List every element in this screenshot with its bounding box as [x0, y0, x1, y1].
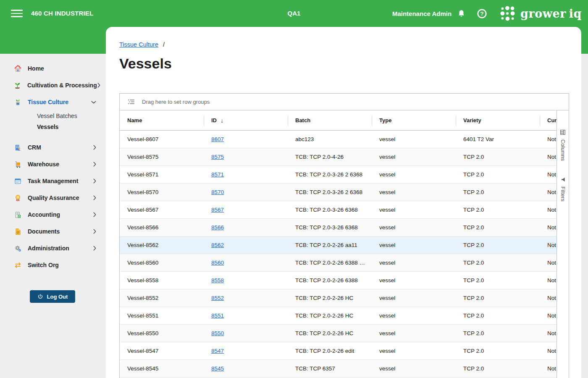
vessel-id-link[interactable]: 8562 [211, 242, 224, 248]
cell-type: vessel [372, 289, 456, 307]
cell-variety: TCP 2.0 [456, 272, 540, 289]
vessel-id-link[interactable]: 8550 [211, 330, 224, 336]
sidebar-item-label: Tissue Culture [28, 99, 91, 105]
table-row[interactable]: Vessel-85708570TCB: TCP 2.0-3-26 2 6368v… [120, 184, 556, 201]
cell-id: 8566 [204, 219, 288, 236]
column-header-name[interactable]: Name [120, 110, 204, 130]
breadcrumb-separator: / [163, 41, 165, 48]
column-header-label: Batch [295, 117, 310, 123]
vessel-id-link[interactable]: 8567 [211, 207, 224, 213]
vessel-id-link[interactable]: 8545 [211, 365, 224, 372]
cell-current: Not [540, 342, 556, 360]
column-header-batch[interactable]: Batch [288, 110, 372, 130]
table-row[interactable]: Vessel-85608560TCB: TCP 2.0-2-26 6388 …v… [120, 254, 556, 272]
cell-type: vessel [372, 360, 456, 377]
sidebar-item-cultivation-processing[interactable]: Cultivation & Processing [0, 77, 106, 94]
cell-batch: TCB: TCP 2.0-2-26 HC [288, 307, 372, 324]
cell-batch: TCB: TCP 2.0-2-26 6388 [288, 272, 372, 289]
chevron-right-icon [93, 178, 97, 184]
help-icon[interactable]: ? [477, 8, 487, 19]
side-panel-tab-columns[interactable]: Columns [557, 129, 569, 161]
vessel-id-link[interactable]: 8547 [211, 348, 224, 354]
cell-batch: TCB: TCP 2.0-2-26 6388 … [288, 254, 372, 271]
vessel-id-link[interactable]: 8575 [211, 154, 224, 160]
cell-batch: TCB: TCP 2.0-3-26 2 6368 [288, 184, 372, 201]
cell-id: 8575 [204, 148, 288, 165]
chevron-right-icon [97, 82, 101, 88]
vessel-id-link[interactable]: 8551 [211, 312, 224, 319]
vessel-id-link[interactable]: 8566 [211, 224, 224, 231]
task-icon [13, 177, 22, 185]
breadcrumb: Tissue Culture / [119, 41, 165, 48]
sidebar-item-task-management[interactable]: Task Management [0, 173, 106, 189]
sidebar-item-warehouse[interactable]: Warehouse [0, 156, 106, 173]
table-row[interactable]: Vessel-85678567TCB: TCP 2.0-3-26 6368ves… [120, 201, 556, 219]
sidebar-item-label: Task Management [28, 178, 93, 184]
chevron-right-icon [93, 212, 97, 218]
sidebar-item-switch-org[interactable]: Switch Org [0, 257, 106, 273]
sidebar-item-accounting[interactable]: Accounting [0, 206, 106, 223]
vessel-id-link[interactable]: 8552 [211, 295, 224, 301]
user-menu[interactable]: Maintenance Admin [392, 10, 452, 17]
table-row[interactable]: Vessel-85718571TCB: TCP 2.0-3-26 2 6368v… [120, 166, 556, 184]
chevron-right-icon [93, 195, 97, 201]
cell-name: Vessel-8562 [120, 236, 204, 254]
side-panel-tab-filters[interactable]: Filters [557, 177, 569, 202]
table-row[interactable]: Vessel-85668566TCB: TCP 2.0-3-26 6368ves… [120, 219, 556, 236]
row-group-drop-zone[interactable]: Drag here to set row groups [120, 94, 569, 110]
cell-variety: TCP 2.0 [456, 148, 540, 165]
table-row[interactable]: Vessel-85528552TCB: TCP 2.0-2-26 HCvesse… [120, 289, 556, 307]
vessels-table: Drag here to set row groups NameID↓Batch… [119, 93, 569, 378]
table-row[interactable]: Vessel-85628562TCB: TCP 2.0-2-26 aa11ves… [120, 236, 556, 254]
accounting-icon [13, 210, 22, 219]
column-header-current[interactable]: Curr [540, 110, 556, 130]
table-row[interactable]: Vessel-85758575TCB: TCP 2.0-4-26vesselTC… [120, 148, 556, 166]
cell-batch: TCB: TCP 2.0-3-26 6368 [288, 219, 372, 236]
table-row[interactable]: Vessel-85478547TCB: TCP 2.0-2-26 editves… [120, 342, 556, 360]
sidebar-item-documents[interactable]: Documents [0, 223, 106, 240]
sidebar-item-label: Administration [28, 245, 93, 252]
tissue-culture-icon [13, 98, 22, 106]
vessel-id-link[interactable]: 8558 [211, 277, 224, 284]
sidebar: HomeCultivation & ProcessingTissue Cultu… [0, 54, 106, 378]
vessel-id-link[interactable]: 8560 [211, 260, 224, 266]
cell-current: Not [540, 325, 556, 342]
table-row[interactable]: Vessel-86078607abc123vessel6401 T2 VarNo… [120, 131, 556, 148]
column-header-type[interactable]: Type [372, 110, 456, 130]
cell-current: Not [540, 131, 556, 148]
breadcrumb-link-tissue-culture[interactable]: Tissue Culture [119, 41, 158, 48]
column-header-id[interactable]: ID↓ [204, 110, 288, 130]
cell-id: 8570 [204, 184, 288, 201]
table-row[interactable]: Vessel-85458545TCB: TCP 6357vesselTCP 2.… [120, 360, 556, 378]
warehouse-icon [13, 160, 22, 168]
table-row[interactable]: Vessel-85508550TCB: TCP 2.0-2-26 HCvesse… [120, 325, 556, 342]
cell-variety: TCP 2.0 [456, 201, 540, 218]
vessel-id-link[interactable]: 8570 [211, 189, 224, 195]
sidebar-item-quality-assurance[interactable]: Quality Assurance [0, 189, 106, 206]
cell-name: Vessel-8547 [120, 342, 204, 360]
vessel-id-link[interactable]: 8571 [211, 171, 224, 178]
sidebar-subitem-vessels[interactable]: Vessels [0, 121, 106, 132]
cell-current: Not [540, 254, 556, 271]
sidebar-item-home[interactable]: Home [0, 60, 106, 77]
cell-type: vessel [372, 131, 456, 148]
grid-columns-area: NameID↓BatchTypeVarietyCurr Vessel-86078… [120, 110, 556, 378]
table-row[interactable]: Vessel-85518551TCB: TCP 2.0-2-26 HCvesse… [120, 307, 556, 325]
vessel-id-link[interactable]: 8607 [211, 136, 224, 142]
cell-name: Vessel-8552 [120, 289, 204, 307]
cell-type: vessel [372, 342, 456, 360]
cell-variety: TCP 2.0 [456, 219, 540, 236]
cell-current: Not [540, 184, 556, 201]
chevron-right-icon [93, 144, 97, 150]
table-row[interactable]: Vessel-85588558TCB: TCP 2.0-2-26 6388ves… [120, 272, 556, 289]
chevron-right-icon [93, 161, 97, 167]
logout-button[interactable]: Log Out [30, 290, 75, 303]
notifications-bell-icon[interactable] [457, 9, 466, 18]
sidebar-item-tissue-culture[interactable]: Tissue Culture [0, 94, 106, 110]
sidebar-subitem-vessel-batches[interactable]: Vessel Batches [0, 110, 106, 121]
sidebar-item-crm[interactable]: CRM [0, 139, 106, 156]
cell-id: 8552 [204, 289, 288, 307]
sidebar-item-administration[interactable]: Administration [0, 240, 106, 257]
column-header-variety[interactable]: Variety [456, 110, 540, 130]
chevron-right-icon [93, 228, 97, 234]
